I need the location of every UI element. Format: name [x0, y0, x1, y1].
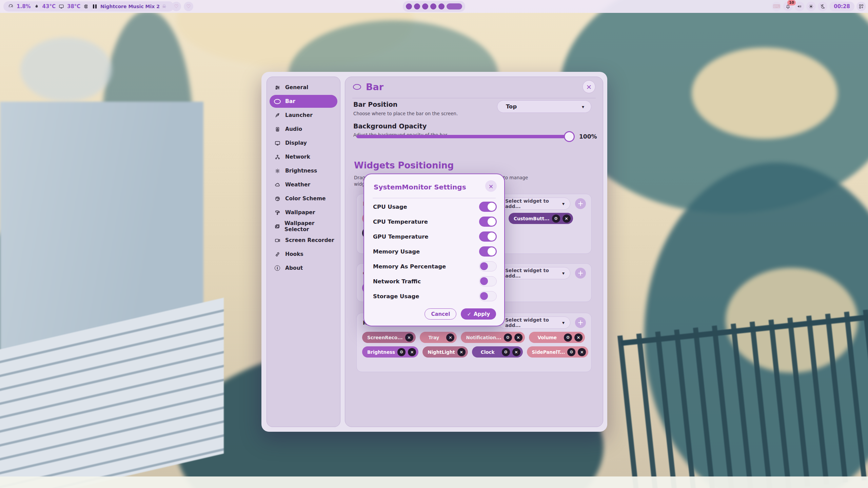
grid-plus-icon: [859, 4, 864, 9]
add-widget-placeholder: Select widget to add...: [505, 268, 562, 279]
keyboard-layout-icon[interactable]: ⌨: [772, 2, 781, 11]
add-widget-button[interactable]: +: [575, 268, 586, 279]
bar-position-value: Top: [506, 103, 517, 110]
workspace-dot[interactable]: [422, 3, 428, 9]
images-icon: [274, 224, 280, 229]
gear-icon[interactable]: ⚙: [397, 348, 406, 356]
toggle-cpu-usage[interactable]: [479, 202, 497, 212]
widget-chip-tray[interactable]: Tray×: [420, 332, 457, 343]
sidebar-item-screen-recorder[interactable]: Screen Recorder: [270, 234, 337, 247]
remove-icon[interactable]: ×: [457, 348, 466, 356]
add-widget-button[interactable]: +: [575, 198, 586, 209]
monitor-icon: [274, 140, 281, 146]
close-button[interactable]: ×: [583, 80, 595, 93]
dialog-close-button[interactable]: ×: [485, 180, 497, 192]
app-launcher-button[interactable]: [856, 2, 866, 11]
sidebar-item-hooks[interactable]: Hooks: [270, 248, 337, 261]
sidebar-item-weather[interactable]: Weather: [270, 178, 337, 191]
clock[interactable]: 00:28: [829, 2, 854, 11]
widget-chip-clock[interactable]: Clock⚙×: [472, 346, 523, 358]
cpu-temperature-value: 43°C: [42, 3, 56, 9]
remove-icon[interactable]: ×: [574, 333, 583, 342]
remove-icon[interactable]: ×: [514, 333, 522, 342]
apply-button[interactable]: ✓ Apply: [461, 308, 496, 320]
cancel-button[interactable]: Cancel: [425, 308, 456, 320]
workspace-dot[interactable]: [430, 3, 436, 9]
sidebar-item-audio[interactable]: Audio: [270, 123, 337, 136]
sidebar-item-network[interactable]: Network: [270, 150, 337, 163]
sidebar-item-about[interactable]: iAbout: [270, 262, 337, 274]
remove-icon[interactable]: ×: [512, 348, 520, 356]
sidebar-item-color-scheme[interactable]: Color Scheme: [270, 192, 337, 205]
dialog-toggle-row: CPU Temperature: [373, 214, 497, 229]
sidebar-item-label: Wallpaper Selector: [284, 220, 335, 232]
sidebar-item-label: Color Scheme: [285, 196, 326, 202]
gear-icon[interactable]: ⚙: [502, 348, 510, 356]
page-title: Bar: [353, 82, 383, 92]
sidebar-item-label: Display: [285, 140, 307, 146]
gear-icon[interactable]: ⚙: [552, 215, 560, 223]
widget-chip-screenreco[interactable]: ScreenReco...×: [362, 332, 416, 343]
night-light-button[interactable]: [818, 2, 827, 11]
bar-position-dropdown[interactable]: Top ▾: [497, 100, 591, 113]
add-widget-dropdown[interactable]: Select widget to add...▾: [499, 317, 570, 329]
slider-knob[interactable]: [564, 131, 575, 142]
background-opacity-slider[interactable]: [356, 135, 573, 138]
remove-icon[interactable]: ×: [408, 348, 416, 356]
sidebar-item-label: Hooks: [285, 251, 303, 257]
systemmonitor-dialog: SystemMonitor Settings × CPU UsageCPU Te…: [363, 174, 505, 326]
toggle-gpu-temperature[interactable]: [479, 231, 497, 242]
sidebar-item-label: About: [285, 265, 303, 271]
wallpaper-railing: [617, 309, 868, 488]
gear-icon[interactable]: ⚙: [564, 333, 572, 342]
sidebar-item-wallpaper[interactable]: Wallpaper: [270, 206, 337, 219]
sidebar-item-wallpaper-selector[interactable]: Wallpaper Selector: [270, 220, 337, 233]
workspace-dot[interactable]: [414, 3, 420, 9]
cpu-usage-value: 1.8%: [17, 3, 31, 9]
dialog-toggle-row: Memory Usage: [373, 244, 497, 259]
widget-chip-volume[interactable]: Volume⚙×: [529, 332, 585, 343]
brightness-button[interactable]: [806, 2, 816, 11]
widget-chip-custombutt[interactable]: CustomButt...⚙×: [509, 213, 573, 224]
volume-button[interactable]: [795, 2, 804, 11]
skull-button[interactable]: ☠: [159, 2, 169, 11]
remove-icon[interactable]: ×: [578, 348, 586, 356]
remove-icon[interactable]: ×: [563, 215, 571, 223]
widget-chip-sidepanelt[interactable]: SidePanelT...⚙×: [527, 346, 589, 358]
widget-chip-notification[interactable]: Notification...⚙×: [461, 332, 525, 343]
add-widget-dropdown[interactable]: Select widget to add...▾: [499, 198, 570, 210]
workspace-dot[interactable]: [406, 3, 412, 9]
workspace-active[interactable]: [447, 3, 462, 9]
sidebar-item-brightness[interactable]: Brightness: [270, 164, 337, 177]
remove-icon[interactable]: ×: [405, 333, 413, 342]
remove-icon[interactable]: ×: [446, 333, 454, 342]
add-widget-dropdown[interactable]: Select widget to add...▾: [499, 267, 570, 279]
workspaces-pill[interactable]: [403, 1, 465, 12]
rocket-icon: [274, 113, 281, 118]
sidebar-item-bar[interactable]: Bar: [270, 95, 337, 108]
widget-chip-nightlight[interactable]: NightLight×: [422, 346, 468, 358]
workspace-dot[interactable]: [438, 3, 445, 9]
sidebar-item-label: Network: [285, 154, 310, 160]
gear-icon[interactable]: ⚙: [504, 333, 512, 342]
pause-icon[interactable]: [93, 4, 97, 8]
toggle-memory-as-percentage[interactable]: [479, 261, 497, 271]
gear-icon[interactable]: ⚙: [567, 348, 575, 356]
toggle-storage-usage[interactable]: [479, 291, 497, 301]
toggle-memory-usage[interactable]: [479, 246, 497, 257]
toggle-cpu-temperature[interactable]: [479, 217, 497, 227]
notifications-button[interactable]: 10: [783, 2, 793, 11]
widget-chip-brightness[interactable]: Brightness⚙×: [362, 346, 418, 358]
dialog-toggle-row: CPU Usage: [373, 199, 497, 214]
sidebar-item-launcher[interactable]: Launcher: [270, 109, 337, 122]
sidebar-item-general[interactable]: General: [270, 81, 337, 94]
toggle-network-traffic[interactable]: [479, 276, 497, 286]
add-widget-button[interactable]: +: [575, 317, 586, 328]
sidebar-item-display[interactable]: Display: [270, 137, 337, 149]
info-icon: i: [274, 265, 281, 271]
heart-button[interactable]: ♡: [184, 2, 193, 11]
desktop: 1.8%43°C38°C9.7G Nightcore Music Mix 20.…: [0, 0, 868, 488]
heart-button[interactable]: ♡: [172, 2, 181, 11]
sidebar-item-label: Bar: [285, 98, 295, 104]
toggle-knob: [488, 203, 496, 211]
